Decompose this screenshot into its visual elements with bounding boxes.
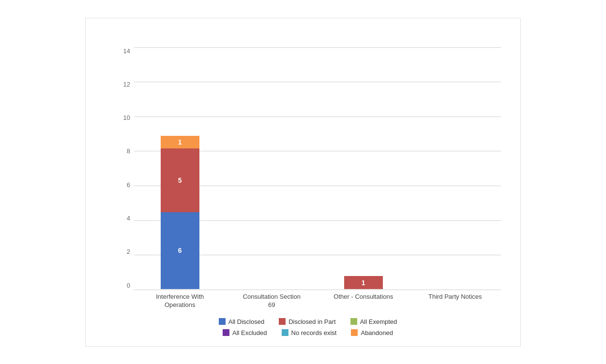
legend-swatch — [223, 329, 229, 336]
legend-item: Abandoned — [351, 329, 393, 336]
grid-and-bars: 6511 — [134, 47, 501, 290]
legend-label: Disclosed in Part — [288, 318, 336, 325]
stacked-bar: 651 — [161, 136, 199, 289]
legend-item: No records exist — [282, 329, 337, 336]
y-axis-label: 14 — [115, 47, 134, 55]
legend-row: All DisclosedDisclosed in PartAll Exempt… — [219, 318, 397, 325]
stacked-bar: 1 — [344, 276, 383, 289]
legend-label: No records exist — [291, 329, 337, 336]
bars-row: 6511 — [134, 47, 501, 290]
y-axis-label: 6 — [115, 181, 134, 189]
x-axis-labels: Interference WithOperationsConsultation … — [115, 293, 501, 309]
x-axis-label: Consultation Section69 — [226, 293, 318, 309]
bar-group: 651 — [134, 136, 226, 289]
legend-swatch — [350, 318, 357, 325]
legend-label: All Excluded — [232, 329, 267, 336]
x-axis-label: Third Party Notices — [409, 293, 501, 309]
legend-label: All Exempted — [360, 318, 397, 325]
bar-segment: 6 — [161, 212, 199, 289]
legend-swatch — [351, 329, 358, 336]
plot-area: 02468101214 6511 — [115, 47, 501, 290]
bar-segment: 1 — [344, 276, 383, 289]
y-axis-label: 12 — [115, 81, 134, 88]
y-axis-label: 10 — [115, 114, 134, 121]
legend: All DisclosedDisclosed in PartAll Exempt… — [115, 318, 501, 336]
chart-area: 02468101214 6511 Interference WithOperat… — [115, 47, 501, 336]
legend-item: All Disclosed — [219, 318, 264, 325]
legend-item: All Excluded — [223, 329, 267, 336]
legend-swatch — [279, 318, 286, 325]
bar-segment: 1 — [161, 136, 199, 148]
y-axis-label: 8 — [115, 147, 134, 155]
y-axis-label: 2 — [115, 248, 134, 255]
x-axis-label: Interference WithOperations — [134, 293, 226, 309]
x-axis-label: Other - Consultations — [318, 293, 409, 309]
y-axis: 02468101214 — [115, 47, 134, 290]
legend-swatch — [219, 318, 226, 325]
legend-label: All Disclosed — [228, 318, 264, 325]
chart-container: 02468101214 6511 Interference WithOperat… — [85, 18, 521, 347]
legend-label: Abandoned — [361, 329, 393, 336]
legend-row: All ExcludedNo records existAbandoned — [223, 329, 393, 336]
legend-swatch — [282, 329, 288, 336]
y-axis-label: 4 — [115, 215, 134, 222]
bar-segment: 5 — [161, 148, 199, 212]
legend-item: Disclosed in Part — [279, 318, 336, 325]
bar-group: 1 — [318, 276, 409, 289]
y-axis-label: 0 — [115, 282, 134, 289]
legend-item: All Exempted — [350, 318, 397, 325]
